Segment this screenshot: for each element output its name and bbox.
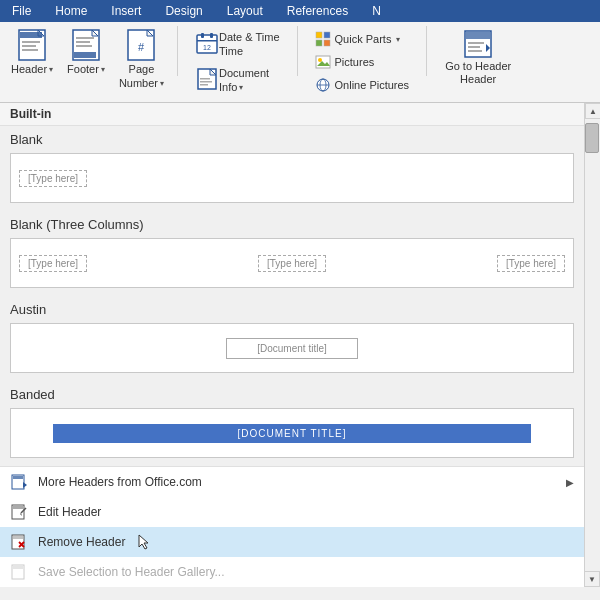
svg-rect-36	[466, 32, 490, 39]
svg-rect-54	[13, 566, 23, 569]
remove-header-label: Remove Header	[38, 535, 125, 549]
menu-bar: File Home Insert Design Layout Reference…	[0, 0, 600, 22]
svg-rect-26	[324, 32, 330, 38]
svg-rect-23	[200, 81, 212, 83]
austin-preview[interactable]: [Document title]	[10, 323, 574, 373]
svg-rect-18	[197, 40, 217, 42]
document-info-icon	[195, 67, 219, 91]
quick-parts-label: Quick Parts	[335, 33, 392, 45]
more-headers-icon	[10, 472, 30, 492]
online-pictures-icon	[315, 77, 331, 93]
svg-rect-8	[76, 37, 94, 39]
date-time-button[interactable]: 12 Date & Time Time	[190, 26, 285, 60]
austin-placeholder: [Document title]	[226, 338, 357, 359]
page-number-icon: #	[125, 29, 157, 61]
svg-rect-49	[13, 536, 23, 539]
footer-icon	[70, 29, 102, 61]
banded-title: [DOCUMENT TITLE]	[53, 424, 531, 443]
svg-rect-5	[22, 49, 38, 51]
header-button[interactable]: Header ▾	[6, 26, 58, 78]
svg-rect-4	[22, 45, 36, 47]
blank-three-label: Blank (Three Columns)	[0, 211, 584, 234]
svg-rect-27	[316, 40, 322, 46]
svg-rect-25	[316, 32, 322, 38]
go-to-header-icon	[462, 28, 494, 60]
footer-label: Footer ▾	[67, 63, 105, 75]
pictures-icon	[315, 54, 331, 70]
blank-preview[interactable]: [Type here]	[10, 153, 574, 203]
page-number-label: Page	[129, 63, 155, 75]
svg-point-30	[318, 58, 322, 62]
header-dropdown: Built-in Blank [Type here] Blank (Three …	[0, 103, 600, 587]
svg-rect-39	[468, 50, 482, 52]
save-selection-icon	[10, 562, 30, 582]
go-to-header-button[interactable]: Go to Header Header	[439, 26, 517, 88]
pictures-button[interactable]: Pictures	[310, 51, 415, 73]
svg-rect-11	[74, 52, 96, 58]
austin-label: Austin	[0, 296, 584, 319]
document-info-label: Document	[219, 67, 269, 79]
date-time-label2: Time	[219, 45, 280, 57]
svg-rect-17	[210, 33, 213, 38]
ribbon-divider-2	[297, 26, 298, 76]
more-headers-item[interactable]: More Headers from Office.com ▶	[0, 467, 584, 497]
edit-header-icon	[10, 502, 30, 522]
document-info-button[interactable]: Document Info ▾	[190, 62, 285, 96]
svg-rect-45	[13, 506, 23, 509]
remove-header-icon	[10, 532, 30, 552]
bottom-menu: More Headers from Office.com ▶ Edit Head…	[0, 466, 584, 587]
page-number-label2: Number▾	[119, 77, 164, 89]
svg-rect-10	[76, 45, 92, 47]
banded-preview[interactable]: [DOCUMENT TITLE]	[10, 408, 574, 458]
banded-label: Banded	[0, 381, 584, 404]
cursor-icon	[137, 533, 151, 551]
more-headers-label: More Headers from Office.com	[38, 475, 202, 489]
menu-design[interactable]: Design	[161, 2, 206, 20]
blank-three-preview[interactable]: [Type here] [Type here] [Type here]	[10, 238, 574, 288]
svg-text:12: 12	[203, 44, 211, 51]
svg-text:#: #	[138, 41, 145, 53]
ribbon: Header ▾ Footer ▾ #	[0, 22, 600, 103]
svg-rect-42	[13, 476, 23, 479]
menu-layout[interactable]: Layout	[223, 2, 267, 20]
date-time-label: Date & Time	[219, 31, 280, 43]
scroll-thumb[interactable]	[585, 123, 599, 153]
svg-rect-37	[468, 42, 484, 44]
svg-rect-28	[324, 40, 330, 46]
blank-label: Blank	[0, 126, 584, 149]
page-number-button[interactable]: # Page Number▾	[114, 26, 169, 92]
svg-rect-16	[201, 33, 204, 38]
footer-button[interactable]: Footer ▾	[62, 26, 110, 78]
section-builtin: Built-in	[0, 103, 584, 126]
save-selection-item: Save Selection to Header Gallery...	[0, 557, 584, 587]
svg-rect-3	[22, 41, 40, 43]
quick-parts-button[interactable]: Quick Parts ▾	[310, 28, 415, 50]
svg-rect-2	[20, 32, 42, 38]
quick-parts-icon	[315, 31, 331, 47]
more-headers-arrow: ▶	[566, 477, 574, 488]
edit-header-label: Edit Header	[38, 505, 101, 519]
scroll-track	[585, 119, 600, 499]
menu-home[interactable]: Home	[51, 2, 91, 20]
svg-rect-38	[468, 46, 480, 48]
date-time-icon: 12	[195, 31, 219, 55]
menu-insert[interactable]: Insert	[107, 2, 145, 20]
blank-three-p2: [Type here]	[258, 255, 326, 272]
menu-n[interactable]: N	[368, 2, 385, 20]
edit-header-item[interactable]: Edit Header	[0, 497, 584, 527]
blank-three-p3: [Type here]	[497, 255, 565, 272]
svg-rect-22	[200, 78, 210, 80]
menu-file[interactable]: File	[8, 2, 35, 20]
svg-rect-24	[200, 84, 208, 86]
online-pictures-button[interactable]: Online Pictures	[310, 74, 415, 96]
menu-references[interactable]: References	[283, 2, 352, 20]
blank-type-here: [Type here]	[19, 170, 87, 187]
go-to-header-label: Go to Header Header	[445, 60, 511, 86]
scroll-down-arrow[interactable]: ▼	[584, 571, 600, 587]
quick-parts-chevron: ▾	[396, 35, 400, 44]
remove-header-item[interactable]: Remove Header	[0, 527, 584, 557]
dropdown-scrollbar[interactable]: ▲ ▼	[584, 103, 600, 587]
ribbon-divider-1	[177, 26, 178, 76]
save-selection-label: Save Selection to Header Gallery...	[38, 565, 225, 579]
scroll-up-arrow[interactable]: ▲	[585, 103, 600, 119]
